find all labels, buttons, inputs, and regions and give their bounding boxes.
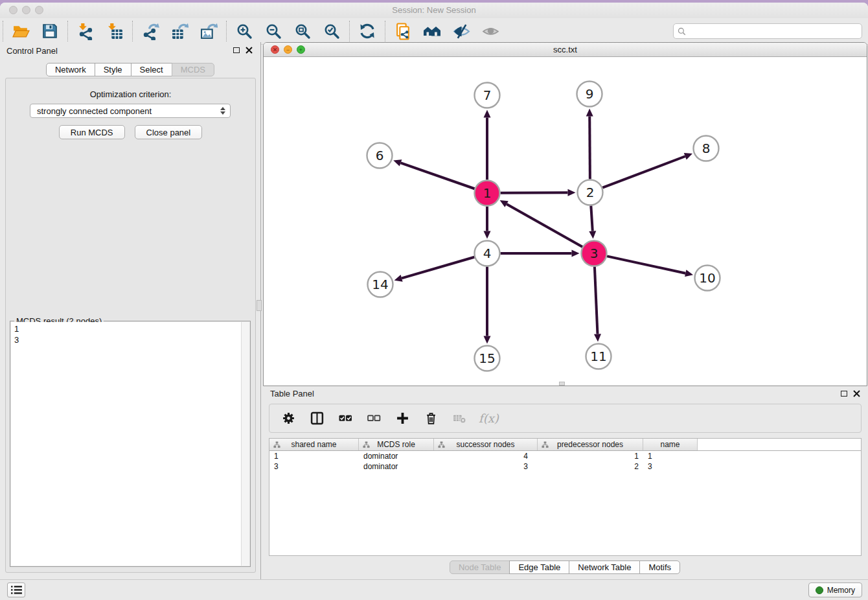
graph-node-label: 2 [586, 185, 595, 200]
graph-edge-4-14[interactable] [402, 257, 474, 279]
export-table-button[interactable] [170, 22, 188, 40]
graph-edge-1-2[interactable] [500, 192, 567, 193]
zoom-in-button[interactable] [235, 22, 253, 40]
table-cell: 1 [269, 451, 359, 461]
dropdown-stepper-icon [220, 106, 226, 115]
zoom-fit-button[interactable] [293, 22, 312, 40]
save-session-button[interactable] [41, 22, 59, 40]
run-mcds-button[interactable]: Run MCDS [59, 125, 125, 139]
edge-arrowhead [586, 108, 593, 116]
control-panel-title: Control Panel [6, 46, 58, 56]
import-network-button[interactable] [76, 22, 95, 40]
task-history-button[interactable] [7, 583, 25, 597]
optimization-criterion-label: Optimization criterion: [6, 89, 255, 99]
close-button[interactable] [9, 6, 17, 14]
edge-arrowhead [394, 275, 403, 282]
column-header-predecessor-nodes[interactable]: predecessor nodes [538, 439, 643, 450]
network-close-button[interactable]: ✕ [271, 45, 279, 54]
maximize-button[interactable] [35, 6, 43, 14]
table-panel-tabs: Node TableEdge TableNetwork TableMotifs [262, 560, 868, 574]
minimize-button[interactable] [22, 6, 30, 14]
show-hide-graphics-icon [453, 23, 470, 40]
table-cell: 2 [538, 461, 643, 472]
float-panel-icon[interactable] [233, 47, 240, 53]
table-cell: dominator [359, 451, 434, 461]
column-header-successor-nodes[interactable]: successor nodes [434, 439, 538, 450]
splitter-handle[interactable] [257, 300, 262, 311]
graph-edge-3-11[interactable] [595, 266, 598, 334]
table-row[interactable]: 1dominator411 [269, 451, 861, 461]
mcds-result-area[interactable]: 1 3 [11, 322, 241, 566]
table-row[interactable]: 3dominator323 [269, 461, 861, 472]
graph-node-label: 15 [479, 351, 495, 366]
memory-status-dot [816, 586, 823, 594]
clone-network-button[interactable] [394, 22, 412, 40]
edge-arrowhead [589, 231, 596, 238]
column-header-shared-name[interactable]: shared name [269, 439, 359, 450]
memory-button[interactable]: Memory [808, 583, 862, 597]
houses-button[interactable] [423, 22, 441, 40]
graph-canvas[interactable]: 1234678910111415 [264, 58, 866, 386]
edge-arrowhead [567, 189, 575, 196]
unselect-all-columns-button[interactable] [365, 410, 383, 428]
edge-arrowhead [572, 250, 580, 257]
tab-motifs[interactable]: Motifs [639, 560, 680, 574]
splitter-handle[interactable] [559, 382, 565, 386]
search-box [673, 23, 862, 39]
graph-edge-2-8[interactable] [602, 156, 685, 187]
zoom-out-button[interactable] [264, 22, 282, 40]
graph-edge-2-9[interactable] [589, 116, 590, 179]
tab-network[interactable]: Network [46, 63, 95, 76]
graph-edge-3-1[interactable] [507, 204, 582, 247]
tab-node-table[interactable]: Node Table [450, 560, 510, 574]
open-session-button[interactable] [12, 22, 30, 40]
graph-edge-2-3[interactable] [591, 205, 592, 231]
tab-edge-table[interactable]: Edge Table [509, 560, 569, 574]
network-canvas[interactable]: 1234678910111415 [264, 58, 866, 386]
split-pane-button[interactable] [308, 410, 326, 428]
close-panel-icon[interactable] [246, 47, 253, 54]
delete-column-button[interactable] [422, 410, 440, 428]
node-table: shared nameMCDS rolesuccessor nodesprede… [269, 438, 862, 556]
network-minimize-button[interactable]: − [284, 45, 292, 54]
function-builder-icon[interactable]: f(x) [479, 411, 499, 425]
save-icon [41, 23, 58, 40]
eye-button[interactable] [481, 22, 499, 40]
graph-edge-1-6[interactable] [401, 163, 475, 189]
graph-edge-3-10[interactable] [607, 256, 685, 273]
tab-style[interactable]: Style [95, 63, 131, 76]
refresh-button[interactable] [358, 22, 376, 40]
criterion-dropdown[interactable]: strongly connected component [30, 104, 231, 118]
result-scrollbar[interactable] [241, 322, 249, 566]
show-hide-graphics-button[interactable] [452, 22, 470, 40]
tab-select[interactable]: Select [131, 63, 172, 76]
import-table-button[interactable] [106, 22, 124, 40]
add-column-button[interactable] [393, 410, 411, 428]
close-panel-icon[interactable] [853, 390, 860, 397]
gear-button[interactable] [279, 410, 297, 428]
open-session-icon [12, 23, 30, 40]
select-all-columns-button[interactable] [336, 410, 354, 428]
column-attribute-icon [542, 441, 549, 448]
gear-icon [282, 411, 295, 425]
export-image-button[interactable] [200, 22, 218, 40]
column-header-name[interactable]: name [643, 439, 698, 450]
graph-node-label: 7 [483, 87, 492, 103]
export-network-button[interactable] [141, 22, 159, 40]
graph-node-label: 4 [483, 246, 492, 261]
column-header-MCDS-role[interactable]: MCDS role [359, 439, 434, 450]
edge-arrowhead [393, 159, 402, 166]
network-maximize-button[interactable]: + [297, 45, 305, 54]
tab-network-table[interactable]: Network Table [569, 560, 640, 574]
export-network-icon [142, 23, 159, 40]
zoom-out-icon [265, 23, 282, 40]
graph-node-label: 14 [372, 277, 388, 292]
tab-mcds[interactable]: MCDS [172, 63, 214, 76]
edge-arrowhead [685, 270, 693, 277]
float-panel-icon[interactable] [841, 391, 847, 397]
zoom-selected-button[interactable] [323, 22, 341, 40]
close-panel-button[interactable]: Close panel [135, 125, 203, 139]
delete-table-button[interactable] [450, 410, 468, 428]
search-input[interactable] [689, 27, 858, 36]
export-image-icon [200, 23, 218, 40]
